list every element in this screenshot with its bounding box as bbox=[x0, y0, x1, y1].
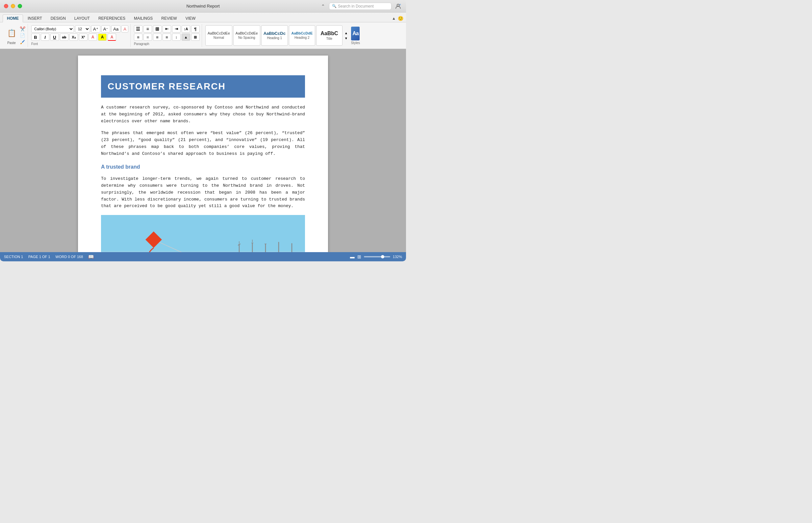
user-icon[interactable] bbox=[394, 2, 402, 10]
font-group-label: Font bbox=[31, 42, 128, 46]
svg-rect-4 bbox=[101, 215, 305, 252]
document-title: CUSTOMER RESEARCH bbox=[108, 81, 298, 92]
document-paragraph-2: The phrases that emerged most often were… bbox=[101, 130, 305, 157]
tab-references[interactable]: REFERENCES bbox=[94, 15, 129, 22]
tab-insert[interactable]: INSERT bbox=[24, 15, 46, 22]
app-window: Northwind Report ⌃ 🔍 Search in Document bbox=[0, 0, 406, 262]
increase-indent-button[interactable]: ⇥ bbox=[172, 25, 180, 33]
align-center-button[interactable]: ≡ bbox=[143, 34, 152, 41]
tab-review[interactable]: REVIEW bbox=[157, 15, 180, 22]
paste-label: Paste bbox=[7, 41, 16, 45]
styles-pane-button[interactable]: Aa Styles bbox=[351, 26, 360, 45]
font-name-selector[interactable]: Calibri (Body) bbox=[31, 25, 74, 33]
text-color-button[interactable]: A bbox=[108, 34, 116, 41]
styles-group-label: Styles bbox=[351, 41, 360, 45]
svg-rect-5 bbox=[101, 251, 305, 252]
styles-group: AaBbCcDdEe Normal AaBbCcDdEe No Spacing … bbox=[203, 24, 362, 47]
sort-button[interactable]: ↕A bbox=[182, 25, 190, 33]
ribbon-up-arrow[interactable]: ▲ bbox=[392, 16, 396, 21]
web-view-button[interactable]: ⊞ bbox=[357, 254, 361, 259]
style-title-preview: AaBbC bbox=[321, 31, 338, 36]
style-nospacing[interactable]: AaBbCcDdEe No Spacing bbox=[233, 25, 260, 46]
font-size-selector[interactable]: 12 bbox=[75, 25, 90, 33]
shading-button[interactable]: ▲ bbox=[182, 34, 190, 41]
underline-button[interactable]: U bbox=[50, 34, 59, 41]
tab-layout[interactable]: LAYOUT bbox=[70, 15, 94, 22]
minimize-button[interactable] bbox=[11, 4, 15, 8]
styles-scroll: ▲ ▼ bbox=[344, 31, 349, 40]
style-nospacing-preview: AaBbCcDdEe bbox=[236, 32, 258, 35]
style-normal-preview: AaBbCcDdEe bbox=[208, 32, 230, 35]
styles-scroll-down[interactable]: ▼ bbox=[344, 36, 349, 40]
align-left-button[interactable]: ≡ bbox=[134, 34, 142, 41]
paste-button[interactable]: 📋 bbox=[5, 25, 18, 41]
tab-view[interactable]: VIEW bbox=[182, 15, 200, 22]
grow-font-button[interactable]: A⁺ bbox=[91, 25, 100, 33]
shrink-font-button[interactable]: A⁻ bbox=[101, 25, 110, 33]
strikethrough-button[interactable]: ab bbox=[60, 34, 68, 41]
style-title[interactable]: AaBbC Title bbox=[316, 25, 343, 46]
font-color-button[interactable]: A bbox=[88, 34, 97, 41]
print-view-button[interactable]: ▬ bbox=[350, 254, 355, 259]
search-icon: 🔍 bbox=[332, 4, 336, 8]
style-heading1-preview: AaBbCcDc bbox=[263, 31, 286, 36]
change-case-button[interactable]: Aa bbox=[111, 25, 120, 33]
status-words: WORD 0 OF 168 bbox=[56, 255, 83, 259]
zoom-slider[interactable] bbox=[364, 256, 390, 257]
font-name-row: Calibri (Body) 12 A⁺ A⁻ Aa A bbox=[31, 25, 128, 33]
align-right-button[interactable]: ≡ bbox=[153, 34, 161, 41]
style-normal[interactable]: AaBbCcDdEe Normal bbox=[205, 25, 232, 46]
document-body: A customer research survey, co-sponsored… bbox=[101, 104, 305, 252]
font-group: Calibri (Body) 12 A⁺ A⁻ Aa A B I U ab X₂ bbox=[29, 24, 131, 47]
tab-home[interactable]: HOME bbox=[3, 15, 23, 22]
document-area[interactable]: CUSTOMER RESEARCH A customer research su… bbox=[0, 49, 406, 252]
document-title-block: CUSTOMER RESEARCH bbox=[101, 75, 305, 97]
align-row: ≡ ≡ ≡ ≡ ↕ ▲ ⊞ bbox=[134, 34, 200, 41]
styles-scroll-up[interactable]: ▲ bbox=[344, 31, 349, 35]
status-right: ▬ ⊞ 132% bbox=[350, 254, 402, 259]
clear-formatting-button[interactable]: A bbox=[121, 25, 128, 33]
tab-mailings[interactable]: MAILINGS bbox=[130, 15, 157, 22]
subscript-button[interactable]: X₂ bbox=[69, 34, 78, 41]
document-image bbox=[101, 215, 305, 252]
show-hide-button[interactable]: ¶ bbox=[191, 25, 200, 33]
style-heading2[interactable]: AaBbCcDdE Heading 2 bbox=[289, 25, 315, 46]
line-spacing-button[interactable]: ↕ bbox=[172, 34, 180, 41]
status-left: SECTION 1 PAGE 1 OF 1 WORD 0 OF 168 📖 bbox=[4, 254, 94, 259]
document-paragraph-1: A customer research survey, co-sponsored… bbox=[101, 104, 305, 125]
search-box[interactable]: 🔍 Search in Document bbox=[329, 3, 392, 10]
ribbon-content: 📋 Paste ✂️ 📄 🖌️ Calibri (Body) bbox=[0, 22, 406, 49]
italic-button[interactable]: I bbox=[41, 34, 49, 41]
justify-button[interactable]: ≡ bbox=[162, 34, 171, 41]
cut-button[interactable]: ✂️ bbox=[19, 26, 26, 32]
document-page: CUSTOMER RESEARCH A customer research su… bbox=[78, 56, 328, 252]
style-heading2-label: Heading 2 bbox=[294, 36, 310, 39]
numbered-list-button[interactable]: ≡ bbox=[143, 25, 152, 33]
zoom-thumb bbox=[381, 255, 384, 258]
list-row: ☰ ≡ ⊞ ⇤ ⇥ ↕A ¶ bbox=[134, 25, 200, 33]
superscript-button[interactable]: X² bbox=[79, 34, 87, 41]
emoji-button[interactable]: 🙂 bbox=[398, 16, 403, 21]
border-button[interactable]: ⊞ bbox=[191, 34, 200, 41]
style-normal-label: Normal bbox=[213, 36, 224, 39]
copy-button[interactable]: 📄 bbox=[19, 33, 26, 38]
format-painter-button[interactable]: 🖌️ bbox=[19, 39, 26, 45]
multilevel-list-button[interactable]: ⊞ bbox=[153, 25, 161, 33]
close-button[interactable] bbox=[4, 4, 8, 8]
highlight-button[interactable]: A bbox=[98, 34, 107, 41]
paragraph-group: ☰ ≡ ⊞ ⇤ ⇥ ↕A ¶ ≡ ≡ ≡ ≡ ↕ ▲ ⊞ Paragr bbox=[132, 24, 202, 47]
status-section: SECTION 1 bbox=[4, 255, 23, 259]
bold-button[interactable]: B bbox=[31, 34, 40, 41]
decrease-indent-button[interactable]: ⇤ bbox=[162, 25, 171, 33]
search-placeholder: Search in Document bbox=[338, 4, 374, 8]
bullet-list-button[interactable]: ☰ bbox=[134, 25, 142, 33]
document-paragraph-3: To investigate longer-term trends, we ag… bbox=[101, 176, 305, 210]
titlebar: Northwind Report ⌃ 🔍 Search in Document bbox=[0, 0, 406, 13]
tab-design[interactable]: DESIGN bbox=[47, 15, 70, 22]
zoom-level: 132% bbox=[393, 255, 402, 259]
toolbar-collapse-button[interactable]: ⌃ bbox=[320, 3, 326, 10]
style-heading1[interactable]: AaBbCcDc Heading 1 bbox=[261, 25, 288, 46]
maximize-button[interactable] bbox=[18, 4, 22, 8]
status-book-icon[interactable]: 📖 bbox=[88, 254, 94, 259]
clipboard-secondary: ✂️ 📄 🖌️ bbox=[19, 25, 26, 46]
